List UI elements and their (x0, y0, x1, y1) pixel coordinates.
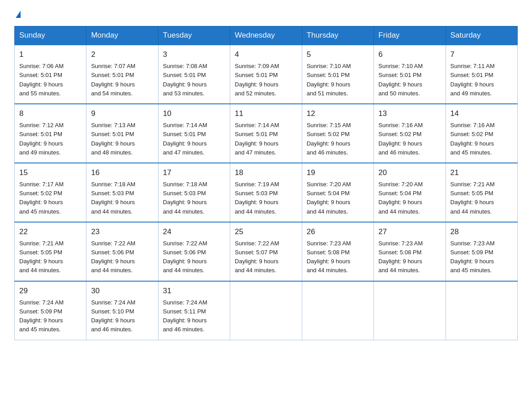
weekday-header-sunday: Sunday (15, 26, 86, 45)
day-number: 21 (450, 167, 513, 179)
calendar-cell (302, 281, 373, 340)
calendar-cell: 22 Sunrise: 7:21 AM Sunset: 5:05 PM Dayl… (15, 222, 86, 281)
calendar-cell: 3 Sunrise: 7:08 AM Sunset: 5:01 PM Dayli… (158, 45, 230, 104)
calendar-week-3: 15 Sunrise: 7:17 AM Sunset: 5:02 PM Dayl… (15, 163, 518, 222)
day-info: Sunrise: 7:24 AM Sunset: 5:10 PM Dayligh… (91, 299, 135, 333)
day-number: 17 (163, 167, 225, 179)
calendar-cell: 25 Sunrise: 7:22 AM Sunset: 5:07 PM Dayl… (230, 222, 302, 281)
calendar-cell: 5 Sunrise: 7:10 AM Sunset: 5:01 PM Dayli… (302, 45, 373, 104)
day-number: 9 (91, 108, 153, 120)
day-number: 2 (91, 49, 153, 60)
calendar-cell: 2 Sunrise: 7:07 AM Sunset: 5:01 PM Dayli… (86, 45, 158, 104)
day-number: 6 (378, 49, 441, 60)
day-info: Sunrise: 7:23 AM Sunset: 5:08 PM Dayligh… (307, 240, 351, 274)
day-info: Sunrise: 7:09 AM Sunset: 5:01 PM Dayligh… (235, 63, 279, 96)
day-number: 7 (450, 49, 513, 60)
day-info: Sunrise: 7:19 AM Sunset: 5:03 PM Dayligh… (235, 181, 279, 214)
day-info: Sunrise: 7:22 AM Sunset: 5:06 PM Dayligh… (91, 240, 135, 274)
day-info: Sunrise: 7:16 AM Sunset: 5:02 PM Dayligh… (378, 122, 423, 155)
logo (14, 11, 21, 19)
day-number: 4 (235, 49, 297, 60)
day-info: Sunrise: 7:10 AM Sunset: 5:01 PM Dayligh… (307, 63, 351, 96)
calendar-cell: 20 Sunrise: 7:20 AM Sunset: 5:04 PM Dayl… (374, 163, 446, 222)
calendar-table: SundayMondayTuesdayWednesdayThursdayFrid… (14, 26, 518, 340)
calendar-week-1: 1 Sunrise: 7:06 AM Sunset: 5:01 PM Dayli… (15, 45, 518, 104)
day-number: 31 (163, 285, 225, 297)
day-info: Sunrise: 7:18 AM Sunset: 5:03 PM Dayligh… (163, 181, 207, 214)
calendar-cell: 18 Sunrise: 7:19 AM Sunset: 5:03 PM Dayl… (230, 163, 302, 222)
weekday-header-tuesday: Tuesday (158, 26, 230, 45)
weekday-header-saturday: Saturday (446, 26, 517, 45)
day-number: 27 (378, 226, 441, 238)
day-number: 25 (235, 226, 297, 238)
day-number: 30 (91, 285, 153, 297)
day-number: 10 (163, 108, 225, 120)
day-info: Sunrise: 7:20 AM Sunset: 5:04 PM Dayligh… (378, 181, 423, 214)
calendar-week-4: 22 Sunrise: 7:21 AM Sunset: 5:05 PM Dayl… (15, 222, 518, 281)
day-number: 26 (307, 226, 369, 238)
calendar-cell: 31 Sunrise: 7:24 AM Sunset: 5:11 PM Dayl… (158, 281, 230, 340)
day-number: 13 (378, 108, 441, 120)
day-number: 14 (450, 108, 513, 120)
day-info: Sunrise: 7:22 AM Sunset: 5:06 PM Dayligh… (163, 240, 207, 274)
calendar-cell: 4 Sunrise: 7:09 AM Sunset: 5:01 PM Dayli… (230, 45, 302, 104)
calendar-cell: 19 Sunrise: 7:20 AM Sunset: 5:04 PM Dayl… (302, 163, 373, 222)
calendar-cell: 14 Sunrise: 7:16 AM Sunset: 5:02 PM Dayl… (446, 104, 517, 163)
day-number: 19 (307, 167, 369, 179)
logo-triangle-icon (16, 11, 21, 18)
calendar-cell: 1 Sunrise: 7:06 AM Sunset: 5:01 PM Dayli… (15, 45, 86, 104)
calendar-cell: 17 Sunrise: 7:18 AM Sunset: 5:03 PM Dayl… (158, 163, 230, 222)
calendar-cell (230, 281, 302, 340)
day-info: Sunrise: 7:15 AM Sunset: 5:02 PM Dayligh… (307, 122, 351, 155)
day-info: Sunrise: 7:12 AM Sunset: 5:01 PM Dayligh… (19, 122, 64, 155)
calendar-cell (446, 281, 517, 340)
calendar-cell: 16 Sunrise: 7:18 AM Sunset: 5:03 PM Dayl… (86, 163, 158, 222)
calendar-cell: 26 Sunrise: 7:23 AM Sunset: 5:08 PM Dayl… (302, 222, 373, 281)
calendar-cell: 12 Sunrise: 7:15 AM Sunset: 5:02 PM Dayl… (302, 104, 373, 163)
day-info: Sunrise: 7:14 AM Sunset: 5:01 PM Dayligh… (235, 122, 279, 155)
day-info: Sunrise: 7:11 AM Sunset: 5:01 PM Dayligh… (450, 63, 495, 96)
day-info: Sunrise: 7:21 AM Sunset: 5:05 PM Dayligh… (19, 240, 64, 274)
calendar-cell: 30 Sunrise: 7:24 AM Sunset: 5:10 PM Dayl… (86, 281, 158, 340)
day-number: 12 (307, 108, 369, 120)
day-number: 3 (163, 49, 225, 60)
day-info: Sunrise: 7:07 AM Sunset: 5:01 PM Dayligh… (91, 63, 135, 96)
day-number: 16 (91, 167, 153, 179)
weekday-header-friday: Friday (374, 26, 446, 45)
day-number: 29 (19, 285, 82, 297)
calendar-cell: 24 Sunrise: 7:22 AM Sunset: 5:06 PM Dayl… (158, 222, 230, 281)
calendar-cell: 8 Sunrise: 7:12 AM Sunset: 5:01 PM Dayli… (15, 104, 86, 163)
day-info: Sunrise: 7:20 AM Sunset: 5:04 PM Dayligh… (307, 181, 351, 214)
day-number: 24 (163, 226, 225, 238)
weekday-header-monday: Monday (86, 26, 158, 45)
day-info: Sunrise: 7:14 AM Sunset: 5:01 PM Dayligh… (163, 122, 207, 155)
day-number: 18 (235, 167, 297, 179)
day-info: Sunrise: 7:24 AM Sunset: 5:09 PM Dayligh… (19, 299, 64, 333)
day-info: Sunrise: 7:24 AM Sunset: 5:11 PM Dayligh… (163, 299, 207, 333)
calendar-header-row: SundayMondayTuesdayWednesdayThursdayFrid… (15, 26, 518, 45)
calendar-cell: 28 Sunrise: 7:23 AM Sunset: 5:09 PM Dayl… (446, 222, 517, 281)
calendar-cell: 10 Sunrise: 7:14 AM Sunset: 5:01 PM Dayl… (158, 104, 230, 163)
calendar-cell: 7 Sunrise: 7:11 AM Sunset: 5:01 PM Dayli… (446, 45, 517, 104)
calendar-cell: 11 Sunrise: 7:14 AM Sunset: 5:01 PM Dayl… (230, 104, 302, 163)
day-info: Sunrise: 7:08 AM Sunset: 5:01 PM Dayligh… (163, 63, 207, 96)
day-info: Sunrise: 7:13 AM Sunset: 5:01 PM Dayligh… (91, 122, 135, 155)
day-info: Sunrise: 7:22 AM Sunset: 5:07 PM Dayligh… (235, 240, 279, 274)
calendar-cell: 27 Sunrise: 7:23 AM Sunset: 5:08 PM Dayl… (374, 222, 446, 281)
calendar-cell: 15 Sunrise: 7:17 AM Sunset: 5:02 PM Dayl… (15, 163, 86, 222)
calendar-cell: 23 Sunrise: 7:22 AM Sunset: 5:06 PM Dayl… (86, 222, 158, 281)
day-info: Sunrise: 7:06 AM Sunset: 5:01 PM Dayligh… (19, 63, 64, 96)
day-info: Sunrise: 7:23 AM Sunset: 5:08 PM Dayligh… (378, 240, 423, 274)
calendar-week-2: 8 Sunrise: 7:12 AM Sunset: 5:01 PM Dayli… (15, 104, 518, 163)
day-number: 15 (19, 167, 82, 179)
calendar-week-5: 29 Sunrise: 7:24 AM Sunset: 5:09 PM Dayl… (15, 281, 518, 340)
calendar-cell: 9 Sunrise: 7:13 AM Sunset: 5:01 PM Dayli… (86, 104, 158, 163)
day-info: Sunrise: 7:10 AM Sunset: 5:01 PM Dayligh… (378, 63, 423, 96)
day-number: 20 (378, 167, 441, 179)
day-number: 8 (19, 108, 82, 120)
day-number: 22 (19, 226, 82, 238)
calendar-cell: 13 Sunrise: 7:16 AM Sunset: 5:02 PM Dayl… (374, 104, 446, 163)
day-info: Sunrise: 7:18 AM Sunset: 5:03 PM Dayligh… (91, 181, 135, 214)
day-info: Sunrise: 7:17 AM Sunset: 5:02 PM Dayligh… (19, 181, 64, 214)
weekday-header-thursday: Thursday (302, 26, 373, 45)
